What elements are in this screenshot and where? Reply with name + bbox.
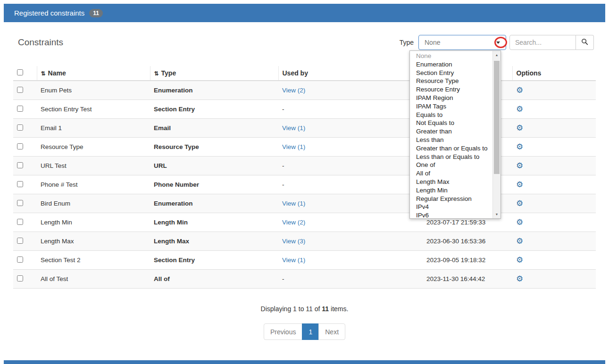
- table-row: Email 1 Email View (1) ⚙: [13, 119, 596, 138]
- type-dropdown-option[interactable]: Resource Type: [410, 77, 492, 85]
- gear-icon[interactable]: ⚙: [516, 105, 523, 114]
- row-checkbox[interactable]: [17, 275, 23, 281]
- used-by-link: -: [282, 181, 284, 188]
- row-checkbox[interactable]: [17, 162, 23, 168]
- row-checkbox-cell: [13, 119, 37, 138]
- gear-icon[interactable]: ⚙: [516, 86, 523, 95]
- used-by-cell: View (2): [278, 213, 423, 232]
- constraint-type: All of: [150, 270, 278, 289]
- table-header-row: ⇅Name ⇅Type Used by Options: [13, 66, 596, 81]
- row-checkbox-cell: [13, 232, 37, 251]
- options-cell: ⚙: [512, 251, 596, 270]
- search-button[interactable]: [576, 35, 594, 50]
- used-by-link[interactable]: View (1): [282, 200, 305, 207]
- row-checkbox[interactable]: [17, 238, 23, 244]
- constraint-name: Phone # Test: [37, 175, 150, 194]
- type-dropdown-option[interactable]: Length Min: [410, 186, 492, 195]
- constraint-name: Length Max: [37, 232, 150, 251]
- items-total: 11: [322, 305, 329, 313]
- options-cell: ⚙: [512, 175, 596, 194]
- used-by-cell: -: [278, 270, 423, 289]
- table-row: Phone # Test Phone Number - ⚙: [13, 175, 596, 194]
- header-type[interactable]: ⇅Type: [150, 66, 278, 81]
- options-cell: ⚙: [512, 213, 596, 232]
- type-dropdown-option[interactable]: Less than or Equals to: [410, 153, 492, 161]
- used-by-link[interactable]: View (1): [282, 256, 305, 264]
- gear-icon[interactable]: ⚙: [516, 124, 523, 132]
- row-checkbox-cell: [13, 175, 37, 194]
- used-by-link[interactable]: View (2): [282, 87, 305, 94]
- table-row: Bird Enum Enumeration View (1) ⚙: [13, 194, 596, 213]
- type-select[interactable]: None: [418, 35, 506, 50]
- row-checkbox[interactable]: [17, 106, 23, 112]
- type-dropdown-option[interactable]: All of: [410, 169, 492, 178]
- constraint-name: Section Test 2: [37, 251, 150, 270]
- type-dropdown-option[interactable]: Resource Entry: [410, 85, 492, 94]
- count-badge: 11: [89, 9, 103, 17]
- used-by-link[interactable]: View (1): [282, 143, 305, 150]
- used-by-link[interactable]: View (2): [282, 219, 305, 226]
- type-dropdown-option[interactable]: None: [410, 52, 492, 60]
- row-checkbox[interactable]: [17, 219, 23, 225]
- type-dropdown-option[interactable]: IPAM Region: [410, 94, 492, 102]
- select-all-checkbox[interactable]: [17, 69, 23, 75]
- next-page-button[interactable]: Next: [318, 323, 345, 340]
- constraint-type: URL: [150, 157, 278, 175]
- header-name[interactable]: ⇅Name: [37, 66, 150, 81]
- page-header-bar: Registered constraints 11: [4, 4, 605, 22]
- type-dropdown-option[interactable]: Not Equals to: [410, 119, 492, 127]
- type-dropdown-option[interactable]: Less than: [410, 136, 492, 144]
- type-dropdown-option[interactable]: Section Entry: [410, 69, 492, 77]
- row-checkbox-cell: [13, 157, 37, 175]
- options-cell: ⚙: [512, 119, 596, 138]
- options-cell: ⚙: [512, 100, 596, 119]
- previous-page-button[interactable]: Previous: [264, 323, 302, 340]
- constraint-name: URL Test: [37, 157, 150, 175]
- type-dropdown-option[interactable]: Greater than: [410, 127, 492, 136]
- gear-icon[interactable]: ⚙: [516, 256, 523, 265]
- gear-icon[interactable]: ⚙: [516, 199, 523, 208]
- type-dropdown-option[interactable]: IPv6: [410, 211, 492, 218]
- constraint-name: Resource Type: [37, 138, 150, 157]
- type-dropdown-option[interactable]: Enumeration: [410, 60, 492, 69]
- used-by-link[interactable]: View (3): [282, 238, 305, 245]
- scrollbar-thumb[interactable]: [494, 61, 500, 174]
- type-dropdown-option[interactable]: IPAM Tags: [410, 102, 492, 111]
- gear-icon[interactable]: ⚙: [516, 142, 523, 151]
- type-dropdown-option[interactable]: Equals to: [410, 111, 492, 119]
- scrollbar-track[interactable]: [493, 59, 501, 210]
- used-by-cell: View (3): [278, 232, 423, 251]
- gear-icon[interactable]: ⚙: [516, 218, 523, 227]
- table-row: Length Min Length Min View (2) 2023-07-1…: [13, 213, 596, 232]
- type-dropdown: NoneEnumerationSection EntryResource Typ…: [409, 50, 501, 219]
- row-checkbox[interactable]: [17, 143, 23, 149]
- row-checkbox[interactable]: [17, 181, 23, 187]
- gear-icon[interactable]: ⚙: [516, 274, 523, 283]
- type-dropdown-option[interactable]: One of: [410, 161, 492, 169]
- used-by-cell: View (1): [278, 119, 423, 138]
- scroll-down-icon[interactable]: ▼: [493, 210, 501, 218]
- updated-timestamp: 2023-11-30 16:44:42: [423, 270, 512, 289]
- row-checkbox[interactable]: [17, 124, 23, 131]
- gear-icon[interactable]: ⚙: [516, 180, 523, 189]
- row-checkbox[interactable]: [17, 87, 23, 93]
- scroll-up-icon[interactable]: ▲: [493, 51, 501, 59]
- table-row: Section Entry Test Section Entry - ⚙: [13, 100, 596, 119]
- constraints-table-body: Enum Pets Enumeration View (2) ⚙ Section…: [13, 81, 596, 289]
- type-dropdown-option[interactable]: Length Max: [410, 178, 492, 186]
- gear-icon[interactable]: ⚙: [516, 161, 523, 170]
- type-dropdown-option[interactable]: IPv4: [410, 203, 492, 211]
- gear-icon[interactable]: ⚙: [516, 237, 523, 246]
- type-dropdown-option[interactable]: Greater than or Equals to: [410, 144, 492, 153]
- row-checkbox[interactable]: [17, 256, 23, 263]
- search-input[interactable]: [509, 35, 576, 50]
- constraint-type: Length Max: [150, 232, 278, 251]
- constraint-type: Section Entry: [150, 100, 278, 119]
- row-checkbox[interactable]: [17, 200, 23, 206]
- type-dropdown-option[interactable]: Regular Expression: [410, 195, 492, 203]
- used-by-link[interactable]: View (1): [282, 124, 305, 132]
- table-row: URL Test URL - ⚙: [13, 157, 596, 175]
- row-checkbox-cell: [13, 81, 37, 100]
- options-cell: ⚙: [512, 157, 596, 175]
- page-1-button[interactable]: 1: [302, 323, 319, 340]
